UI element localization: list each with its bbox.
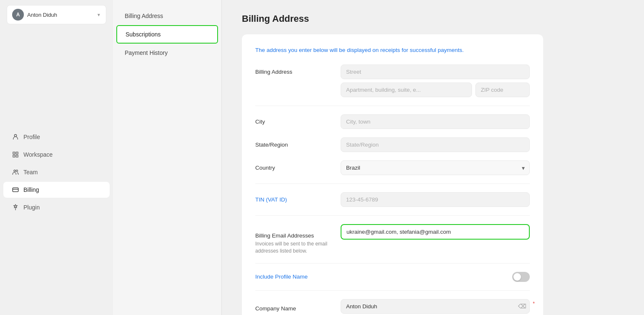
company-name-row: Company Name ⌫ * (255, 299, 530, 314)
grid-icon (12, 151, 19, 158)
billing-address-row: Billing Address (255, 65, 530, 97)
second-nav-subscriptions[interactable]: Subscriptions (116, 25, 218, 44)
address-line2-row (341, 83, 530, 97)
svg-rect-7 (13, 188, 18, 191)
country-select-wrapper: Brazil United States United Kingdom Germ… (341, 160, 530, 175)
main-content: Billing Address The address you enter be… (222, 0, 644, 315)
plugin-icon (12, 204, 19, 211)
country-select[interactable]: Brazil United States United Kingdom Germ… (341, 160, 530, 175)
card-description: The address you enter below will be disp… (255, 46, 530, 54)
sidebar-item-plugin[interactable]: Plugin (3, 199, 110, 215)
svg-point-5 (14, 170, 15, 172)
svg-point-0 (14, 134, 16, 137)
company-name-label: Company Name (255, 301, 331, 312)
state-input[interactable] (341, 137, 530, 152)
state-fields (341, 137, 530, 152)
company-name-input-wrapper: ⌫ * (341, 299, 530, 314)
street-input[interactable] (341, 65, 530, 79)
svg-point-6 (16, 170, 18, 172)
billing-email-row: Billing Email Addresses Invoices will be… (255, 224, 530, 255)
billing-card: The address you enter below will be disp… (242, 34, 543, 315)
include-profile-toggle[interactable] (512, 272, 530, 282)
svg-rect-1 (13, 152, 15, 154)
country-fields: Brazil United States United Kingdom Germ… (341, 160, 530, 175)
user-dropdown[interactable]: A Anton Diduh ▼ (7, 5, 106, 24)
sidebar-item-billing[interactable]: Billing (3, 182, 110, 198)
billing-email-input[interactable] (341, 224, 530, 240)
second-nav-payment-history[interactable]: Payment History (116, 44, 218, 61)
city-fields (341, 114, 530, 129)
sidebar-item-team[interactable]: Team (3, 164, 110, 180)
page-title: Billing Address (242, 13, 624, 24)
sidebar-label-profile: Profile (23, 134, 40, 140)
tin-label: TIN (VAT ID) (255, 192, 331, 203)
zip-input[interactable] (475, 83, 530, 97)
city-input[interactable] (341, 114, 530, 129)
description-highlight: successful payments (410, 47, 462, 53)
divider-tin (255, 183, 530, 184)
card-icon (12, 186, 19, 194)
apartment-input[interactable] (341, 83, 472, 97)
backspace-icon: ⌫ (518, 303, 526, 310)
sidebar-label-billing: Billing (23, 186, 39, 193)
billing-address-fields (341, 65, 530, 97)
description-start: The address you enter below will be disp… (255, 47, 410, 53)
country-label: Country (255, 160, 331, 171)
svg-rect-2 (16, 152, 18, 154)
divider-company (255, 290, 530, 291)
chevron-down-icon: ▼ (97, 13, 101, 17)
left-sidebar: A Anton Diduh ▼ Profile Workspace (0, 0, 113, 315)
billing-email-label-group: Billing Email Addresses Invoices will be… (255, 224, 331, 255)
billing-address-label: Billing Address (255, 65, 331, 75)
city-row: City (255, 114, 530, 129)
tin-row: TIN (VAT ID) (255, 192, 530, 207)
svg-rect-4 (16, 155, 18, 157)
company-name-input[interactable] (341, 299, 530, 314)
state-row: State/Region (255, 137, 530, 152)
billing-email-label: Billing Email Addresses (255, 228, 331, 239)
divider-city (255, 106, 530, 106)
country-row: Country Brazil United States United King… (255, 160, 530, 175)
second-nav-payment-history-label: Payment History (125, 49, 168, 56)
state-label: State/Region (255, 137, 331, 148)
include-profile-row: Include Profile Name (255, 272, 530, 282)
left-nav: Profile Workspace Team (0, 29, 113, 315)
required-star: * (533, 301, 535, 307)
second-nav-billing-address-label: Billing Address (125, 13, 163, 19)
billing-email-fields (341, 224, 530, 240)
user-name-label: Anton Diduh (27, 12, 93, 18)
tin-fields (341, 192, 530, 207)
user-avatar: A (12, 9, 24, 21)
divider-email (255, 215, 530, 216)
sidebar-label-plugin: Plugin (23, 204, 40, 211)
svg-rect-3 (13, 155, 15, 157)
sidebar-item-workspace[interactable]: Workspace (3, 147, 110, 163)
second-nav-subscriptions-label: Subscriptions (126, 31, 161, 38)
clear-company-button[interactable]: ⌫ (518, 303, 526, 310)
person-icon (12, 133, 19, 141)
divider-profile (255, 263, 530, 263)
company-name-fields: ⌫ * (341, 299, 530, 314)
billing-email-sublabel: Invoices will be sent to the email addre… (255, 240, 331, 255)
description-end: . (462, 47, 464, 53)
city-label: City (255, 114, 331, 125)
second-nav-billing-address[interactable]: Billing Address (116, 8, 218, 24)
second-sidebar: Billing Address Subscriptions Payment Hi… (113, 0, 222, 315)
include-profile-label: Include Profile Name (255, 274, 331, 280)
tin-input[interactable] (341, 192, 530, 207)
include-profile-toggle-wrapper (341, 272, 530, 282)
sidebar-label-team: Team (23, 169, 38, 176)
sidebar-label-workspace: Workspace (23, 151, 53, 158)
team-icon (12, 168, 19, 176)
sidebar-item-profile[interactable]: Profile (3, 129, 110, 145)
